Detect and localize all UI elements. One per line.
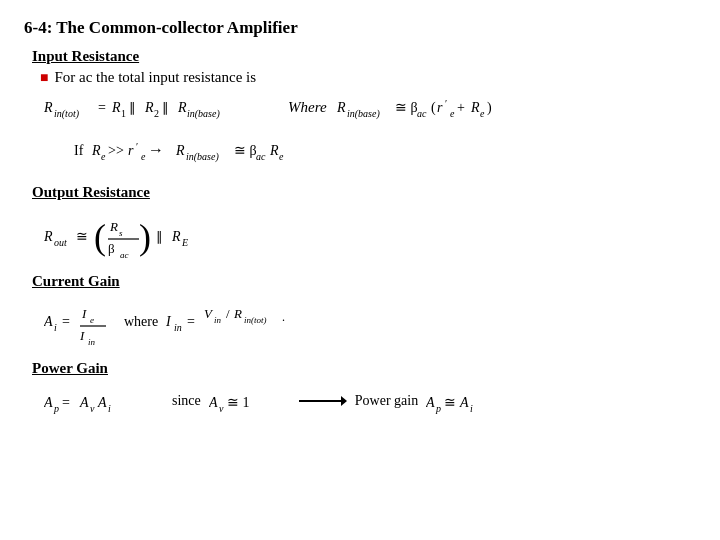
formula-rout: R out ≅ ( R s β ac ) ∥ R E (44, 207, 696, 263)
svg-text:A: A (97, 395, 107, 410)
svg-text:e: e (480, 108, 485, 119)
svg-text:ac: ac (120, 250, 129, 260)
formula-rout-svg: R out ≅ ( R s β ac ) ∥ R E (44, 207, 324, 263)
svg-text:≅ β: ≅ β (234, 143, 257, 158)
svg-text:R: R (175, 143, 185, 158)
svg-text:in: in (88, 337, 96, 347)
svg-text:in(base): in(base) (186, 151, 219, 163)
formula-rinbase: R in(base) ≅ β ac ( r ′ e + R e ) (337, 90, 547, 124)
svg-text:in: in (174, 322, 182, 333)
svg-text:(: ( (94, 217, 106, 257)
formula-ap-svg: A p = A v A i (44, 383, 164, 419)
svg-text:≅ 1: ≅ 1 (227, 395, 250, 410)
output-resistance-section: Output Resistance R out ≅ ( R s β ac ) ∥… (24, 184, 696, 263)
svg-text:i: i (54, 322, 57, 333)
svg-text:A: A (44, 314, 53, 329)
svg-text:′: ′ (445, 98, 447, 109)
bullet-icon: ■ (40, 70, 48, 86)
svg-text:i: i (108, 403, 111, 414)
svg-text:ac: ac (417, 108, 427, 119)
svg-text:R: R (91, 143, 101, 158)
svg-text:): ) (139, 217, 151, 257)
svg-text:=: = (62, 314, 70, 329)
svg-text:A: A (209, 395, 218, 410)
svg-text:E: E (181, 237, 188, 248)
input-resistance-header: Input Resistance (32, 48, 696, 65)
svg-text:e: e (90, 315, 94, 325)
svg-text:e: e (450, 108, 455, 119)
input-resistance-section: Input Resistance ■ For ac the total inpu… (24, 48, 696, 168)
svg-text:R: R (44, 100, 53, 115)
input-resistance-bullet: ■ For ac the total input resistance is (40, 69, 696, 86)
svg-text:i: i (470, 403, 473, 414)
formula-rintot: R in(tot) = R 1 ∥ R 2 ∥ R in(base) (44, 90, 274, 124)
formula-av1-svg: A v ≅ 1 (209, 383, 289, 419)
svg-text:A: A (79, 395, 89, 410)
svg-text:R: R (111, 100, 121, 115)
svg-text:→: → (148, 141, 164, 158)
svg-text:V: V (204, 306, 214, 321)
svg-text:R: R (269, 143, 279, 158)
power-gain-header: Power Gain (32, 360, 696, 377)
svg-text:.: . (282, 310, 285, 324)
svg-text:v: v (219, 403, 224, 414)
svg-text:≅: ≅ (444, 395, 456, 410)
svg-text:(: ( (431, 100, 436, 116)
svg-text:R: R (144, 100, 154, 115)
svg-marker-79 (341, 396, 347, 406)
svg-text:/: / (226, 306, 230, 321)
where-label: Where (288, 99, 327, 116)
svg-text:r: r (437, 100, 443, 115)
formula-ap-ai-svg: A p ≅ A i (426, 383, 516, 419)
since-label: since (172, 393, 201, 409)
svg-text:e: e (101, 151, 106, 162)
svg-text:If: If (74, 143, 84, 158)
formula-current-gain: A i = I e I in where I in = V in / R in(… (44, 296, 696, 350)
svg-text:∥: ∥ (156, 229, 163, 244)
svg-text:p: p (53, 403, 59, 414)
svg-text:R: R (337, 100, 346, 115)
power-gain-label: Power gain (355, 393, 418, 409)
svg-text:R: R (171, 229, 181, 244)
svg-text:v: v (90, 403, 95, 414)
svg-text:+: + (457, 100, 465, 115)
formula-row-1: R in(tot) = R 1 ∥ R 2 ∥ R in(base) Where… (44, 90, 696, 124)
svg-text:): ) (487, 100, 492, 116)
svg-text:in(tot): in(tot) (244, 315, 267, 325)
formula-ai-svg: A i = I e I in where I in = V in / R in(… (44, 296, 424, 350)
svg-text:e: e (141, 151, 146, 162)
svg-text:R: R (44, 229, 53, 244)
svg-text:R: R (470, 100, 480, 115)
svg-text:∥: ∥ (162, 100, 169, 115)
svg-text:p: p (435, 403, 441, 414)
svg-text:in(base): in(base) (347, 108, 380, 120)
svg-text:A: A (426, 395, 435, 410)
svg-text:r: r (128, 143, 134, 158)
svg-text:ac: ac (256, 151, 266, 162)
svg-text:β: β (108, 241, 115, 256)
current-gain-section: Current Gain A i = I e I in where I in =… (24, 273, 696, 350)
svg-text:≅ β: ≅ β (395, 100, 418, 115)
svg-text:I: I (79, 328, 85, 343)
svg-text:=: = (98, 100, 106, 115)
svg-text:=: = (187, 314, 195, 329)
svg-text:R: R (233, 306, 242, 321)
power-gain-section: Power Gain A p = A v A i since A v ≅ 1 P… (24, 360, 696, 419)
arrow-svg (297, 389, 347, 413)
svg-text:R: R (177, 100, 187, 115)
formula-power-gain: A p = A v A i since A v ≅ 1 Power gain A… (44, 383, 696, 419)
svg-text:e: e (279, 151, 284, 162)
page-title: 6-4: The Common-collector Amplifier (24, 18, 696, 38)
svg-text:A: A (44, 395, 53, 410)
svg-text:1: 1 (121, 108, 126, 119)
svg-text:>>: >> (108, 143, 124, 158)
formula-row-2: If R e >> r ′ e → R in(base) ≅ β ac R e (74, 132, 696, 168)
svg-text:=: = (62, 395, 70, 410)
svg-text:I: I (81, 306, 87, 321)
svg-text:out: out (54, 237, 67, 248)
formula-if-re: If R e >> r ′ e → R in(base) ≅ β ac R e (74, 132, 494, 168)
svg-text:A: A (459, 395, 469, 410)
svg-text:where: where (124, 314, 158, 329)
current-gain-header: Current Gain (32, 273, 696, 290)
svg-text:′: ′ (136, 141, 138, 152)
